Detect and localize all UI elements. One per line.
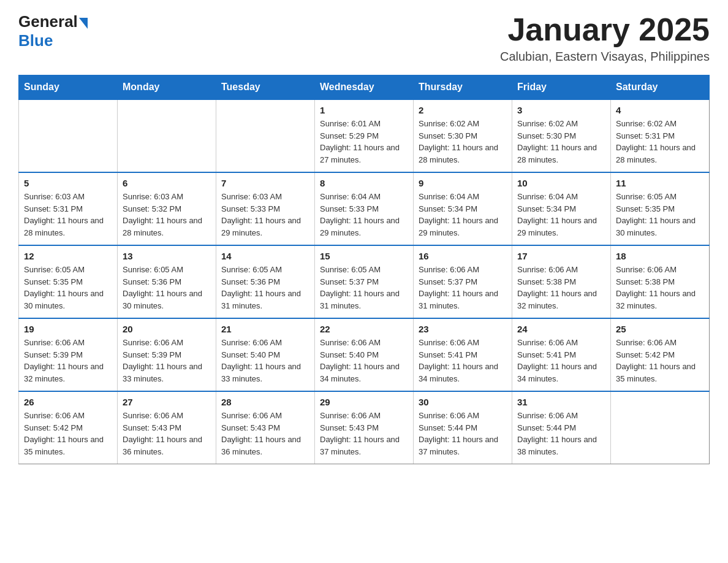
calendar-cell: 6Sunrise: 6:03 AM Sunset: 5:32 PM Daylig…	[118, 172, 216, 245]
page-header: General Blue January 2025 Calubian, East…	[18, 12, 710, 64]
day-number: 19	[24, 324, 112, 334]
day-number: 6	[123, 178, 211, 188]
day-number: 27	[123, 397, 211, 407]
calendar-header: SundayMondayTuesdayWednesdayThursdayFrid…	[19, 75, 710, 100]
calendar-cell: 17Sunrise: 6:06 AM Sunset: 5:38 PM Dayli…	[512, 245, 611, 318]
calendar-cell: 27Sunrise: 6:06 AM Sunset: 5:43 PM Dayli…	[118, 391, 216, 464]
day-info: Sunrise: 6:06 AM Sunset: 5:38 PM Dayligh…	[616, 264, 704, 312]
day-info: Sunrise: 6:06 AM Sunset: 5:43 PM Dayligh…	[123, 410, 211, 458]
day-info: Sunrise: 6:06 AM Sunset: 5:41 PM Dayligh…	[419, 337, 507, 385]
calendar-cell: 2Sunrise: 6:02 AM Sunset: 5:30 PM Daylig…	[414, 99, 512, 172]
day-info: Sunrise: 6:06 AM Sunset: 5:40 PM Dayligh…	[221, 337, 309, 385]
day-info: Sunrise: 6:06 AM Sunset: 5:37 PM Dayligh…	[419, 264, 507, 312]
calendar-cell: 7Sunrise: 6:03 AM Sunset: 5:33 PM Daylig…	[216, 172, 315, 245]
day-number: 28	[221, 397, 309, 407]
calendar-title: January 2025	[500, 12, 710, 47]
day-number: 5	[24, 178, 112, 188]
calendar-cell: 25Sunrise: 6:06 AM Sunset: 5:42 PM Dayli…	[611, 318, 710, 391]
day-number: 1	[320, 105, 408, 115]
day-number: 20	[123, 324, 211, 334]
calendar-cell	[611, 391, 710, 464]
header-day-tuesday: Tuesday	[216, 75, 315, 100]
calendar-cell: 23Sunrise: 6:06 AM Sunset: 5:41 PM Dayli…	[414, 318, 512, 391]
logo-inner: General Blue	[18, 12, 88, 50]
day-number: 26	[24, 397, 112, 407]
day-info: Sunrise: 6:06 AM Sunset: 5:39 PM Dayligh…	[123, 337, 211, 385]
day-number: 24	[517, 324, 605, 334]
day-number: 30	[419, 397, 507, 407]
calendar-cell: 14Sunrise: 6:05 AM Sunset: 5:36 PM Dayli…	[216, 245, 315, 318]
calendar-cell: 19Sunrise: 6:06 AM Sunset: 5:39 PM Dayli…	[19, 318, 118, 391]
calendar-cell: 30Sunrise: 6:06 AM Sunset: 5:44 PM Dayli…	[414, 391, 512, 464]
calendar-cell: 26Sunrise: 6:06 AM Sunset: 5:42 PM Dayli…	[19, 391, 118, 464]
day-info: Sunrise: 6:01 AM Sunset: 5:29 PM Dayligh…	[320, 118, 408, 166]
calendar-cell: 20Sunrise: 6:06 AM Sunset: 5:39 PM Dayli…	[118, 318, 216, 391]
calendar-cell: 9Sunrise: 6:04 AM Sunset: 5:34 PM Daylig…	[414, 172, 512, 245]
day-info: Sunrise: 6:03 AM Sunset: 5:33 PM Dayligh…	[221, 191, 309, 239]
calendar-cell: 1Sunrise: 6:01 AM Sunset: 5:29 PM Daylig…	[315, 99, 414, 172]
day-info: Sunrise: 6:06 AM Sunset: 5:39 PM Dayligh…	[24, 337, 112, 385]
calendar-cell: 15Sunrise: 6:05 AM Sunset: 5:37 PM Dayli…	[315, 245, 414, 318]
calendar-cell	[118, 99, 216, 172]
calendar-cell: 24Sunrise: 6:06 AM Sunset: 5:41 PM Dayli…	[512, 318, 611, 391]
title-area: January 2025 Calubian, Eastern Visayas, …	[500, 12, 710, 64]
calendar-cell: 11Sunrise: 6:05 AM Sunset: 5:35 PM Dayli…	[611, 172, 710, 245]
day-number: 17	[517, 251, 605, 261]
calendar-cell	[216, 99, 315, 172]
day-info: Sunrise: 6:05 AM Sunset: 5:36 PM Dayligh…	[221, 264, 309, 312]
calendar-cell	[19, 99, 118, 172]
week-row-3: 12Sunrise: 6:05 AM Sunset: 5:35 PM Dayli…	[19, 245, 710, 318]
day-number: 23	[419, 324, 507, 334]
logo-triangle-icon	[79, 18, 88, 29]
week-row-4: 19Sunrise: 6:06 AM Sunset: 5:39 PM Dayli…	[19, 318, 710, 391]
day-info: Sunrise: 6:06 AM Sunset: 5:44 PM Dayligh…	[517, 410, 605, 458]
day-info: Sunrise: 6:04 AM Sunset: 5:34 PM Dayligh…	[419, 191, 507, 239]
calendar-body: 1Sunrise: 6:01 AM Sunset: 5:29 PM Daylig…	[19, 99, 710, 464]
day-number: 29	[320, 397, 408, 407]
day-info: Sunrise: 6:06 AM Sunset: 5:43 PM Dayligh…	[320, 410, 408, 458]
day-info: Sunrise: 6:04 AM Sunset: 5:33 PM Dayligh…	[320, 191, 408, 239]
day-number: 22	[320, 324, 408, 334]
calendar-cell: 10Sunrise: 6:04 AM Sunset: 5:34 PM Dayli…	[512, 172, 611, 245]
day-info: Sunrise: 6:05 AM Sunset: 5:37 PM Dayligh…	[320, 264, 408, 312]
week-row-2: 5Sunrise: 6:03 AM Sunset: 5:31 PM Daylig…	[19, 172, 710, 245]
day-info: Sunrise: 6:05 AM Sunset: 5:35 PM Dayligh…	[24, 264, 112, 312]
day-number: 15	[320, 251, 408, 261]
calendar-cell: 29Sunrise: 6:06 AM Sunset: 5:43 PM Dayli…	[315, 391, 414, 464]
calendar-cell: 5Sunrise: 6:03 AM Sunset: 5:31 PM Daylig…	[19, 172, 118, 245]
week-row-5: 26Sunrise: 6:06 AM Sunset: 5:42 PM Dayli…	[19, 391, 710, 464]
calendar-cell: 31Sunrise: 6:06 AM Sunset: 5:44 PM Dayli…	[512, 391, 611, 464]
day-number: 18	[616, 251, 704, 261]
calendar-cell: 4Sunrise: 6:02 AM Sunset: 5:31 PM Daylig…	[611, 99, 710, 172]
logo: General Blue	[18, 12, 88, 50]
day-info: Sunrise: 6:05 AM Sunset: 5:36 PM Dayligh…	[123, 264, 211, 312]
day-info: Sunrise: 6:06 AM Sunset: 5:42 PM Dayligh…	[616, 337, 704, 385]
day-info: Sunrise: 6:06 AM Sunset: 5:43 PM Dayligh…	[221, 410, 309, 458]
day-number: 3	[517, 105, 605, 115]
header-day-wednesday: Wednesday	[315, 75, 414, 100]
calendar-cell: 12Sunrise: 6:05 AM Sunset: 5:35 PM Dayli…	[19, 245, 118, 318]
logo-row1: General	[18, 12, 88, 31]
day-info: Sunrise: 6:03 AM Sunset: 5:31 PM Dayligh…	[24, 191, 112, 239]
calendar-cell: 22Sunrise: 6:06 AM Sunset: 5:40 PM Dayli…	[315, 318, 414, 391]
header-day-sunday: Sunday	[19, 75, 118, 100]
day-info: Sunrise: 6:06 AM Sunset: 5:38 PM Dayligh…	[517, 264, 605, 312]
week-row-1: 1Sunrise: 6:01 AM Sunset: 5:29 PM Daylig…	[19, 99, 710, 172]
day-info: Sunrise: 6:06 AM Sunset: 5:40 PM Dayligh…	[320, 337, 408, 385]
day-info: Sunrise: 6:03 AM Sunset: 5:32 PM Dayligh…	[123, 191, 211, 239]
calendar-cell: 13Sunrise: 6:05 AM Sunset: 5:36 PM Dayli…	[118, 245, 216, 318]
calendar-cell: 8Sunrise: 6:04 AM Sunset: 5:33 PM Daylig…	[315, 172, 414, 245]
day-number: 14	[221, 251, 309, 261]
day-number: 2	[419, 105, 507, 115]
calendar-cell: 18Sunrise: 6:06 AM Sunset: 5:38 PM Dayli…	[611, 245, 710, 318]
day-number: 8	[320, 178, 408, 188]
calendar-cell: 28Sunrise: 6:06 AM Sunset: 5:43 PM Dayli…	[216, 391, 315, 464]
day-number: 4	[616, 105, 704, 115]
day-number: 31	[517, 397, 605, 407]
day-info: Sunrise: 6:04 AM Sunset: 5:34 PM Dayligh…	[517, 191, 605, 239]
day-info: Sunrise: 6:02 AM Sunset: 5:30 PM Dayligh…	[517, 118, 605, 166]
day-number: 12	[24, 251, 112, 261]
day-number: 16	[419, 251, 507, 261]
day-number: 9	[419, 178, 507, 188]
day-info: Sunrise: 6:06 AM Sunset: 5:44 PM Dayligh…	[419, 410, 507, 458]
